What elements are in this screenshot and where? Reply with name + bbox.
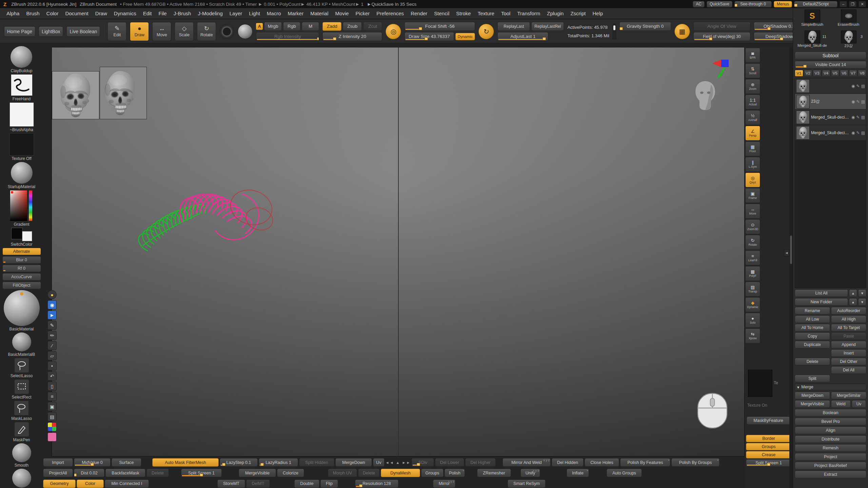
color[interactable]: Color xyxy=(77,480,104,488)
paint-icon[interactable]: ✎ xyxy=(856,115,860,120)
crease-button[interactable]: Crease xyxy=(746,451,791,459)
mergedown[interactable]: MergeDown xyxy=(335,458,372,467)
mask-by-feature-button[interactable]: MaskByFeature xyxy=(747,416,790,425)
menu-item-alpha[interactable]: Alpha xyxy=(3,9,22,18)
gravity-strength-slider[interactable]: Gravity Strength 0 xyxy=(619,22,671,31)
mirror[interactable]: Mirrorx y z xyxy=(433,480,455,488)
del-other-button[interactable]: Del Other xyxy=(831,358,866,365)
view-icon[interactable]: ▦ xyxy=(674,24,690,39)
zoom3d-button[interactable]: ⊙ Zoom3D xyxy=(745,219,760,234)
fov-slider[interactable]: Field of view(deg) 30 xyxy=(693,32,750,41)
del-hidden[interactable]: Del Hidden xyxy=(552,458,584,467)
aahalf-button[interactable]: ½ AAHalf xyxy=(745,110,760,125)
append-button[interactable]: Append xyxy=(831,341,866,348)
maskpen-brush[interactable]: MaskPen xyxy=(13,422,30,442)
unify[interactable]: Unifyx y z xyxy=(520,469,540,477)
tab-v7[interactable]: V7 xyxy=(849,70,857,77)
persp-button[interactable]: ∠ Persp xyxy=(745,126,760,141)
focal-shift-slider[interactable]: Focal Shift -56 xyxy=(405,22,475,31)
smooth-brush[interactable]: Smooth xyxy=(12,443,31,468)
menu-item-render[interactable]: Render xyxy=(408,9,430,18)
distribute-button[interactable]: Distribute xyxy=(795,435,866,443)
smoothvalleys-brush[interactable]: SmoothValleys xyxy=(8,469,35,488)
uv-merge-button[interactable]: Uv xyxy=(852,400,866,408)
split-screen-slider[interactable]: Split Screen 1 xyxy=(746,459,791,467)
texture-thumbnail[interactable] xyxy=(748,370,772,397)
menu-item-material[interactable]: Material xyxy=(307,9,331,18)
menu-item-j-modeling[interactable]: J-Modeling xyxy=(195,9,225,18)
alpha-brushalpha[interactable]: ~BrushAlpha xyxy=(9,102,34,132)
mergedown-button[interactable]: MergeDown xyxy=(795,392,830,399)
ac-button[interactable]: AC xyxy=(693,1,705,7)
brush-claybuildup[interactable]: ClayBuildup xyxy=(11,46,32,73)
material-basicb[interactable]: BasicMaterialB xyxy=(8,332,35,357)
rotate-nav-button[interactable]: ↻ Rotate xyxy=(745,235,760,250)
weld-button[interactable]: Weld xyxy=(831,400,851,408)
import-button[interactable]: Import xyxy=(43,458,73,467)
visible-count-slider[interactable]: Visible Count 14 xyxy=(795,61,866,68)
dynamic-button[interactable]: ◆ Dynamic xyxy=(745,297,760,312)
fillobject-button[interactable]: FillObject xyxy=(2,282,41,289)
extract-button[interactable]: Extract xyxy=(795,471,866,478)
rotate-mode-button[interactable]: ↻ Rotate xyxy=(197,22,216,41)
mergevisible-button[interactable]: MergeVisible xyxy=(795,400,830,408)
projectall-button[interactable]: ProjectAll xyxy=(43,469,73,477)
xpose-button[interactable]: ⇆ Xpose xyxy=(745,328,760,343)
close-button[interactable]: ✕ xyxy=(859,1,866,7)
all-low-button[interactable]: All Low xyxy=(795,316,830,323)
deform-icon[interactable]: ▤ xyxy=(861,115,865,120)
bpr-button[interactable]: ◙ BPR xyxy=(745,48,760,63)
duplicate-button[interactable]: Duplicate xyxy=(795,341,830,348)
auto-groups[interactable]: Auto Groups xyxy=(607,469,642,477)
angle-of-view-button[interactable]: Angle Of View xyxy=(693,22,750,31)
minimize-button[interactable]: – xyxy=(840,1,847,7)
zremesher[interactable]: ZRemesher xyxy=(477,469,511,477)
border-button[interactable]: Border xyxy=(746,435,791,442)
menu-item-tool[interactable]: Tool xyxy=(498,9,514,18)
folder-down-button[interactable]: ▼ xyxy=(858,298,866,306)
del-lower[interactable]: Del Lower xyxy=(435,458,464,467)
viewport-right[interactable] xyxy=(398,47,745,456)
deform-icon[interactable]: ▤ xyxy=(861,99,865,104)
split-button[interactable]: Split xyxy=(795,375,830,382)
subtool-row-3[interactable]: Merged_Skull-decimation2 ◉ ✎ ▤ xyxy=(795,109,866,125)
tool-eraserbrush[interactable]: EraserBrush xyxy=(831,9,866,29)
pen-icon[interactable]: ✎ xyxy=(47,321,57,330)
pencil-icon[interactable]: ∕ xyxy=(47,341,57,350)
linefill-button[interactable]: ≡ LineFill xyxy=(745,250,760,265)
insert-button[interactable]: Insert xyxy=(831,349,866,357)
tab-v4[interactable]: V4 xyxy=(822,70,830,77)
zoom-button[interactable]: ⊕ Zoom xyxy=(745,79,760,94)
selectrect-brush[interactable]: SelectRect xyxy=(12,379,31,400)
groups-crease-button[interactable]: Groups xyxy=(746,443,791,450)
menu-item-j-brush[interactable]: J-Brush xyxy=(171,9,194,18)
project-button[interactable]: Project xyxy=(795,453,866,461)
mergesimilar-button[interactable]: MergeSimilar xyxy=(831,392,866,399)
morph-uv[interactable]: Morph UV xyxy=(328,469,357,477)
split-screen-divider[interactable] xyxy=(398,47,399,456)
flip[interactable]: Flip xyxy=(320,480,338,488)
tray-scrollbar[interactable] xyxy=(790,236,792,264)
rf-slider[interactable]: Rf 0 xyxy=(2,265,41,272)
close-holes[interactable]: Close Holes xyxy=(585,458,619,467)
boolean-button[interactable]: Boolean xyxy=(795,409,866,416)
menu-item-stencil[interactable]: Stencil xyxy=(431,9,452,18)
sdiv[interactable]: SDiv xyxy=(412,458,434,467)
rgb-button[interactable]: Rgb xyxy=(283,22,300,31)
align-button[interactable]: Align xyxy=(795,427,866,434)
draw-size-slider[interactable]: Draw Size 43.76337 xyxy=(405,32,454,41)
axis-gizmo-icon[interactable] xyxy=(712,59,736,80)
move-nav-button[interactable]: ↔ Move xyxy=(745,204,760,219)
storemt[interactable]: StoreMT xyxy=(217,480,245,488)
transp-button[interactable]: ▨ Transp xyxy=(745,282,760,297)
split-handle[interactable]: ◄◄ ▲ ►► xyxy=(386,458,411,467)
del-all-button[interactable]: Del All xyxy=(831,366,866,374)
menu-item-layer[interactable]: Layer xyxy=(226,9,245,18)
menu-item-color[interactable]: Color xyxy=(43,9,62,18)
undo-icon[interactable]: ↶ xyxy=(47,371,57,381)
paint-icon[interactable]: ✎ xyxy=(856,84,860,88)
deform-icon[interactable]: ▤ xyxy=(861,130,865,135)
color-picker-gradient[interactable]: Gradient xyxy=(10,190,34,227)
replay-icon[interactable]: ↻ xyxy=(478,24,494,39)
zcut-button[interactable]: Zcut xyxy=(363,22,382,31)
